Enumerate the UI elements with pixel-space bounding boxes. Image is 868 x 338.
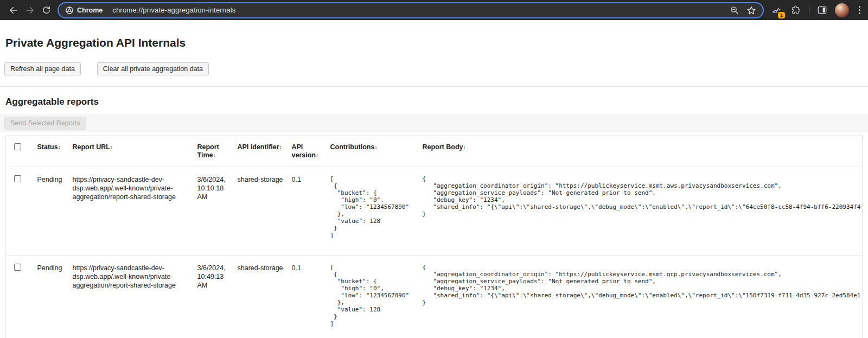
section-title: Aggregatable reports [5, 97, 868, 107]
sort-icon: ↕ [213, 152, 215, 158]
profile-avatar[interactable] [835, 3, 849, 17]
page-content: Private Aggregation API Internals Refres… [0, 20, 868, 338]
browser-toolbar: Chrome chrome://private-aggregation-inte… [0, 0, 868, 20]
scissors-blue-dot [773, 11, 775, 13]
report-body-json: { "aggregation_coordinator_origin": "htt… [423, 175, 858, 218]
sort-icon: ↕ [279, 144, 282, 150]
report-body-json: { "aggregation_coordinator_origin": "htt… [423, 264, 858, 306]
contributions-json: [ { "bucket": { "high": "0", "low": "123… [330, 264, 418, 327]
select-all-checkbox[interactable] [14, 143, 21, 150]
extensions-puzzle-icon[interactable] [791, 5, 801, 15]
header-report-url[interactable]: Report URL↕ [73, 136, 197, 167]
cell-contributions: [ { "bucket": { "high": "0", "low": "123… [330, 256, 423, 338]
forward-button[interactable] [22, 2, 38, 18]
header-contributions[interactable]: Contributions↕ [330, 136, 423, 167]
site-chip-label: Chrome [77, 7, 103, 14]
sort-icon: ↕ [463, 144, 465, 150]
reload-button[interactable] [38, 2, 54, 18]
clear-all-button[interactable]: Clear all private aggregation data [97, 62, 209, 75]
header-report-body[interactable]: Report Body↕ [423, 136, 863, 167]
header-api-version[interactable]: API version↕ [292, 136, 330, 167]
url-text[interactable]: chrome://private-aggregation-internals [112, 6, 730, 14]
cell-status: Pending [37, 256, 73, 338]
header-report-time[interactable]: Report Time↕ [197, 136, 238, 167]
cell-report-time: 3/6/2024, 10:49:13 AM [197, 256, 238, 338]
cell-report-url: https://privacy-sandcastle-dev-dsp.web.a… [73, 256, 197, 338]
cell-report-body: { "aggregation_coordinator_origin": "htt… [423, 256, 863, 338]
url-bar[interactable]: Chrome chrome://private-aggregation-inte… [58, 2, 764, 18]
refresh-all-button[interactable]: Refresh all page data [4, 62, 81, 75]
contributions-json: [ { "bucket": { "high": "0", "low": "123… [330, 175, 418, 239]
page-title: Private Aggregation API Internals [5, 36, 868, 49]
cell-api-version: 0.1 [292, 256, 330, 338]
cell-contributions: [ { "bucket": { "high": "0", "low": "123… [330, 167, 423, 256]
bookmark-star-icon[interactable] [746, 5, 756, 15]
cell-report-time: 3/6/2024, 10:10:18 AM [197, 167, 238, 256]
header-status[interactable]: Status↕ [37, 136, 73, 167]
browser-menu-icon[interactable] [857, 6, 863, 14]
side-panel-icon[interactable] [817, 5, 827, 15]
row-checkbox[interactable] [14, 264, 21, 271]
cell-api-identifier: shared-storage [238, 256, 292, 338]
site-chip: Chrome [65, 6, 103, 15]
report-row: Pending https://privacy-sandcastle-dev-d… [6, 167, 863, 256]
send-selected-reports-button[interactable]: Send Selected Reports [4, 117, 86, 130]
cell-api-identifier: shared-storage [238, 167, 292, 256]
header-api-identifier[interactable]: API identifier↕ [238, 136, 292, 167]
table-actions-bar: Send Selected Reports [0, 114, 868, 132]
cell-api-version: 0.1 [292, 167, 330, 256]
sort-icon: ↕ [316, 152, 318, 158]
scissors-extension-button[interactable]: ✂ 1 [771, 4, 783, 17]
report-row: Pending https://privacy-sandcastle-dev-d… [6, 256, 863, 338]
aggregatable-reports-table: Status↕ Report URL↕ Report Time↕ API ide… [5, 136, 863, 338]
back-button[interactable] [5, 2, 22, 18]
back-arrow-icon [9, 5, 18, 15]
sort-icon: ↕ [374, 144, 376, 150]
extension-badge: 1 [778, 12, 785, 18]
section-divider [0, 86, 868, 87]
forward-arrow-icon [25, 5, 35, 15]
cell-status: Pending [37, 167, 73, 256]
cell-report-body: { "aggregation_coordinator_origin": "htt… [423, 167, 863, 256]
chrome-logo-icon [65, 6, 74, 15]
toolbar-separator [809, 6, 809, 15]
sort-icon: ↕ [110, 144, 112, 150]
cell-report-url: https://privacy-sandcastle-dev-dsp.web.a… [73, 167, 197, 256]
zoom-icon[interactable] [730, 5, 739, 15]
reload-icon [42, 5, 51, 15]
sort-icon: ↕ [58, 144, 60, 150]
table-header-row: Status↕ Report URL↕ Report Time↕ API ide… [6, 136, 863, 167]
row-checkbox[interactable] [14, 175, 21, 182]
